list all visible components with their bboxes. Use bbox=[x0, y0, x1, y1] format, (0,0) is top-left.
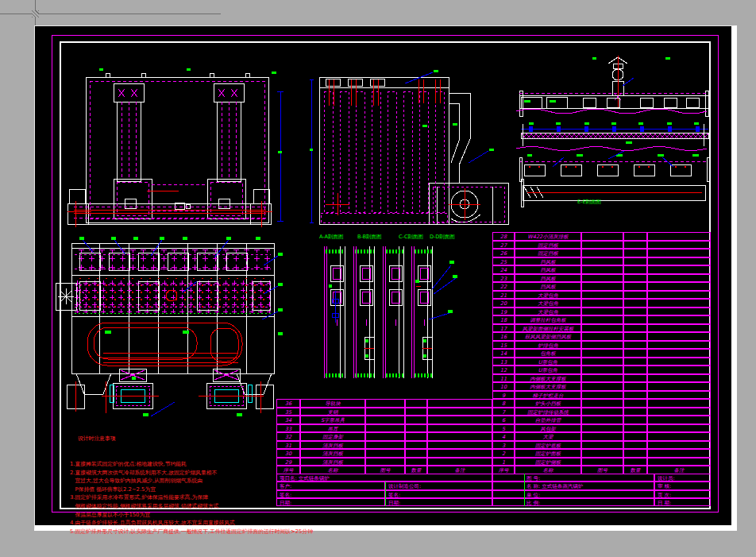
part-cell: 8 bbox=[492, 399, 515, 408]
part-cell bbox=[581, 241, 623, 249]
part-cell: 大梁包角 bbox=[515, 308, 581, 316]
part-cell bbox=[623, 432, 647, 441]
part-cell: 固定炉侧板 bbox=[515, 458, 581, 466]
part-cell bbox=[623, 458, 647, 466]
part-row: 32固定身架 bbox=[276, 432, 492, 441]
part-cell bbox=[623, 408, 647, 416]
part-cell bbox=[581, 332, 623, 341]
part-cell: 梯子护栏走台 bbox=[515, 391, 581, 400]
part-cell bbox=[581, 432, 623, 441]
part-cell: 10 bbox=[492, 382, 515, 391]
part-row: 6自垫外排管 bbox=[492, 416, 711, 424]
part-cell: 风包架 bbox=[515, 424, 581, 433]
title-block: 项目名: 立式链条锅炉 图 号: 设计员: 客户: 设计制造公司: 名 称: 立… bbox=[276, 474, 711, 506]
part-row: 18调整拉杆包角板 bbox=[492, 315, 711, 324]
part-cell bbox=[581, 416, 623, 424]
part-cell: 23 bbox=[492, 274, 515, 283]
part-cell: 数量 bbox=[623, 466, 647, 474]
part-cell: 29 bbox=[276, 458, 300, 466]
part-cell bbox=[647, 299, 711, 308]
note-line: 保温层总厚度以不小于150为宜 bbox=[70, 511, 283, 520]
part-cell bbox=[581, 441, 623, 450]
part-cell: 支销 bbox=[300, 408, 365, 416]
part-cell bbox=[623, 332, 647, 341]
title-block-green-divider-2 bbox=[524, 474, 525, 506]
date-cell-3: 日 期: bbox=[654, 498, 711, 506]
part-cell bbox=[647, 341, 711, 350]
name-cell: 名 称: 立式链条蒸汽锅炉 bbox=[492, 482, 654, 489]
part-cell bbox=[623, 232, 647, 241]
customer-cell: 客户: bbox=[276, 482, 385, 489]
part-cell bbox=[623, 265, 647, 274]
section-label-dd: D-D剖面图 bbox=[430, 234, 455, 241]
part-cell: 35 bbox=[276, 408, 300, 416]
part-cell bbox=[427, 399, 492, 408]
part-cell bbox=[581, 449, 623, 458]
part-cell: 挡风板 bbox=[515, 282, 581, 291]
part-cell bbox=[581, 315, 623, 324]
part-cell: 36 bbox=[276, 399, 300, 408]
project-value: 立式链条锅炉 bbox=[299, 475, 330, 482]
part-cell bbox=[647, 382, 711, 391]
part-cell: 导轨块 bbox=[300, 399, 365, 408]
part-cell bbox=[581, 358, 623, 366]
part-row: 28W422小清灰排板 bbox=[492, 232, 711, 241]
part-row: 23挡风板 bbox=[492, 274, 711, 283]
part-cell bbox=[581, 265, 623, 274]
part-row: 14包角板 bbox=[492, 349, 711, 358]
part-cell bbox=[647, 432, 711, 441]
part-cell: 固定挡板 bbox=[515, 241, 581, 249]
part-cell bbox=[427, 416, 492, 424]
scale-cell: 比 例: bbox=[492, 498, 654, 506]
part-cell: 16 bbox=[492, 332, 515, 341]
part-cell bbox=[647, 416, 711, 424]
part-cell: 7 bbox=[492, 408, 515, 416]
part-cell bbox=[581, 324, 623, 333]
part-row: 15炉排包角 bbox=[492, 341, 711, 350]
front-elevation-view bbox=[68, 48, 286, 234]
part-cell: 固定挡板 bbox=[515, 249, 581, 257]
part-cell bbox=[623, 391, 647, 400]
part-row: 9梯子护栏走台 bbox=[492, 391, 711, 400]
part-cell bbox=[581, 382, 623, 391]
part-cell bbox=[405, 441, 427, 450]
part-cell bbox=[623, 241, 647, 249]
part-cell: 鼓风风梁架侧挡风板 bbox=[515, 332, 581, 341]
part-cell bbox=[647, 449, 711, 458]
part-row: 1固定炉侧板 bbox=[492, 458, 711, 466]
part-cell: 24 bbox=[492, 265, 515, 274]
part-cell bbox=[647, 308, 711, 316]
part-cell bbox=[647, 349, 711, 358]
part-cell: 自垫外排管 bbox=[515, 416, 581, 424]
part-row: 19大梁包角 bbox=[492, 308, 711, 316]
dim-marks bbox=[310, 70, 494, 151]
part-cell: 调整拉杆包角板 bbox=[515, 315, 581, 324]
part-cell: 炉头小挡板 bbox=[515, 399, 581, 408]
part-row: 11内侧板大支撑板 bbox=[492, 374, 711, 383]
note-line: 侧板砌体稳定性能,侧板砌筑将采用多层砌筑 错缝式砌筑方式 bbox=[70, 502, 283, 511]
part-cell: 挡风板 bbox=[515, 265, 581, 274]
part-cell bbox=[427, 449, 492, 458]
part-cell bbox=[405, 408, 427, 416]
part-cell bbox=[647, 441, 711, 450]
part-cell bbox=[581, 299, 623, 308]
part-cell bbox=[623, 282, 647, 291]
part-cell: 4 bbox=[492, 432, 515, 441]
part-row: 7固定炉排传动系统 bbox=[492, 408, 711, 416]
part-cell: 12 bbox=[492, 366, 515, 374]
part-cell: 炉排包角 bbox=[515, 341, 581, 350]
part-row: 10内侧板大支撑板 bbox=[492, 382, 711, 391]
part-cell bbox=[581, 391, 623, 400]
part-cell: 备注 bbox=[427, 466, 492, 474]
part-cell: 20 bbox=[492, 299, 515, 308]
part-cell bbox=[581, 349, 623, 358]
designer-cell: 设计员: bbox=[654, 474, 711, 482]
date-cell-2: 日期: bbox=[385, 498, 492, 506]
part-cell: 25 bbox=[492, 257, 515, 266]
part-cell bbox=[647, 265, 711, 274]
section-label-bb: B-B剖面图 bbox=[357, 234, 382, 241]
part-cell: 包角板 bbox=[515, 349, 581, 358]
table-header-row: 序号名称图号数量备注 bbox=[276, 466, 492, 474]
part-cell bbox=[365, 424, 405, 433]
part-cell: 5 bbox=[492, 424, 515, 433]
